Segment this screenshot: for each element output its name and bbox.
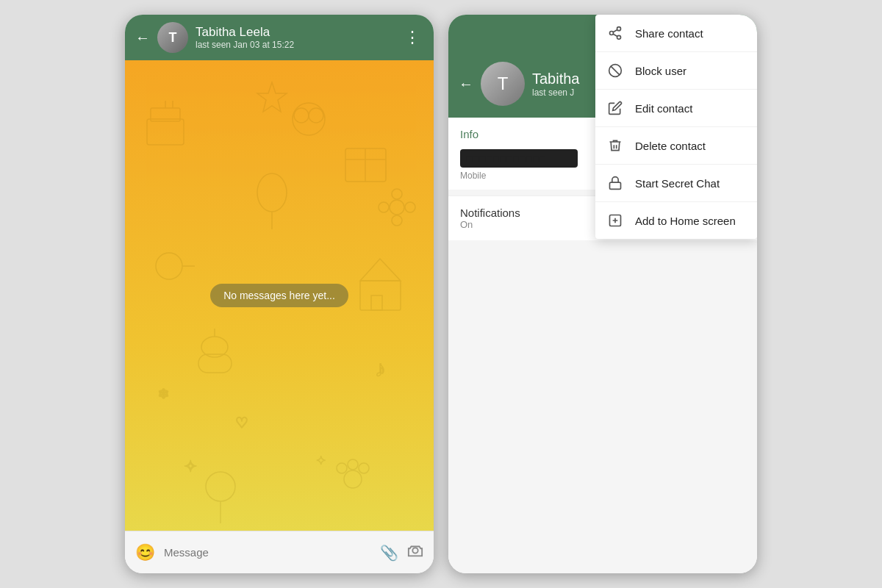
menu-item-start-secret-chat[interactable]: Start Secret Chat (595, 165, 757, 202)
svg-text:❄: ❄ (158, 387, 169, 401)
svg-rect-0 (147, 119, 184, 145)
last-seen-status: last seen Jan 03 at 15:22 (196, 40, 394, 50)
share-icon (607, 25, 623, 41)
edit-icon (607, 100, 623, 116)
avatar: T (157, 22, 188, 53)
svg-line-42 (613, 29, 617, 32)
chat-body: ♪ ♡ ✦ ✧ (125, 60, 434, 531)
lock-icon (607, 175, 623, 191)
svg-line-44 (611, 66, 620, 75)
profile-avatar: T (481, 62, 525, 106)
svg-point-29 (405, 202, 415, 212)
svg-text:♡: ♡ (235, 415, 248, 431)
svg-rect-11 (360, 281, 401, 310)
menu-item-block-user-label: Block user (635, 65, 686, 77)
profile-status: last seen J (532, 87, 580, 98)
chat-header: ← T Tabitha Leela last seen Jan 03 at 15… (125, 15, 434, 60)
svg-point-40 (617, 35, 621, 39)
emoji-button[interactable]: 😊 (135, 543, 155, 562)
svg-point-32 (344, 470, 362, 488)
svg-marker-12 (360, 259, 401, 281)
svg-rect-1 (151, 108, 180, 121)
svg-point-28 (379, 202, 389, 212)
avatar-placeholder: T (157, 22, 188, 53)
svg-point-14 (156, 253, 182, 279)
svg-point-25 (390, 200, 404, 215)
chat-input-bar: 😊 📎 (125, 531, 434, 573)
svg-point-38 (617, 27, 621, 31)
svg-point-33 (337, 463, 347, 473)
profile-name-group: Tabitha last seen J (532, 71, 580, 98)
svg-rect-8 (198, 354, 232, 373)
menu-item-share-contact[interactable]: Share contact (595, 15, 757, 52)
svg-rect-45 (610, 182, 621, 189)
svg-rect-4 (345, 148, 386, 182)
svg-point-16 (257, 173, 287, 212)
screens-container: ← T Tabitha Leela last seen Jan 03 at 15… (125, 15, 757, 573)
header-info: Tabitha Leela last seen Jan 03 at 15:22 (196, 25, 394, 50)
contact-name: Tabitha Leela (196, 25, 394, 40)
camera-button[interactable] (407, 542, 423, 562)
svg-point-26 (392, 189, 402, 199)
svg-point-9 (201, 337, 228, 357)
menu-item-share-contact-label: Share contact (635, 27, 703, 40)
profile-avatar-inner: T (481, 62, 525, 106)
svg-text:✧: ✧ (184, 457, 197, 476)
svg-line-41 (613, 34, 617, 36)
attach-button[interactable]: 📎 (380, 544, 398, 562)
svg-text:✦: ✦ (316, 454, 326, 467)
block-icon (607, 62, 623, 79)
svg-point-30 (206, 472, 235, 501)
svg-text:♪: ♪ (375, 356, 386, 381)
delete-icon (607, 137, 623, 154)
svg-marker-7 (257, 82, 287, 112)
profile-name: Tabitha (532, 71, 580, 87)
more-options-button[interactable]: ⋮ (401, 25, 423, 50)
svg-point-39 (610, 32, 614, 35)
message-input[interactable] (164, 546, 371, 559)
add-home-icon (607, 212, 623, 229)
svg-point-35 (359, 463, 369, 473)
svg-rect-13 (371, 295, 382, 310)
svg-point-22 (293, 103, 325, 135)
svg-point-23 (294, 108, 309, 123)
svg-point-27 (392, 215, 402, 226)
svg-point-24 (309, 108, 323, 123)
dropdown-menu: Share contact Block user (595, 15, 757, 239)
menu-item-add-to-home[interactable]: Add to Home screen (595, 202, 757, 239)
no-messages-label: No messages here yet... (210, 284, 348, 307)
menu-item-start-secret-chat-label: Start Secret Chat (635, 177, 720, 190)
phone-number-redacted: ■■■■■■■■■■■■ (460, 149, 578, 168)
back-button[interactable]: ← (135, 29, 150, 46)
menu-item-edit-contact-label: Edit contact (635, 102, 692, 115)
menu-item-block-user[interactable]: Block user (595, 52, 757, 90)
menu-item-add-to-home-label: Add to Home screen (635, 215, 736, 227)
menu-item-edit-contact[interactable]: Edit contact (595, 90, 757, 127)
phone-right: ← T Tabitha last seen J Info ■■■■■■■■■■■… (448, 15, 757, 573)
profile-back-button[interactable]: ← (459, 76, 473, 93)
menu-item-delete-contact[interactable]: Delete contact (595, 127, 757, 165)
svg-point-37 (412, 548, 417, 553)
menu-item-delete-contact-label: Delete contact (635, 140, 706, 152)
phone-left: ← T Tabitha Leela last seen Jan 03 at 15… (125, 15, 434, 573)
svg-point-34 (348, 459, 358, 470)
